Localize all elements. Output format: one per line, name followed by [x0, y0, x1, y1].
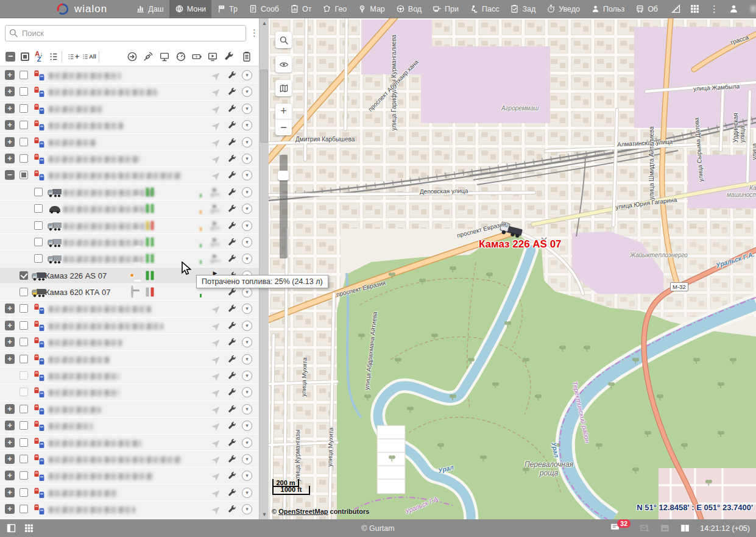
map-search-button[interactable] [275, 32, 292, 48]
group-checkbox[interactable] [19, 355, 28, 363]
row-menu-chevron-icon[interactable]: ▾ [242, 504, 252, 514]
unit-properties-wrench-icon[interactable] [227, 288, 237, 297]
group-checkbox[interactable] [19, 138, 28, 146]
measure-ruler-icon[interactable] [671, 4, 681, 14]
collapse-all-button[interactable]: − [4, 51, 16, 63]
expand-group-button[interactable]: + [5, 104, 15, 113]
expand-group-button[interactable]: + [5, 471, 15, 480]
row-menu-chevron-icon[interactable]: ▾ [242, 154, 252, 164]
tab-driver[interactable]: Вод [390, 0, 427, 18]
group-row[interactable]: + ▾ [0, 151, 259, 167]
unit-properties-wrench-icon[interactable] [227, 138, 237, 148]
tab-task[interactable]: Зад [504, 0, 541, 18]
group-row[interactable]: ▾ [0, 368, 259, 384]
unit-properties-wrench-icon[interactable] [227, 71, 237, 80]
locator-arrow-icon[interactable] [211, 421, 221, 431]
tab-trailer[interactable]: При [427, 0, 464, 18]
group-row[interactable]: + ▾ [0, 401, 259, 418]
group-row[interactable]: + ▾ [0, 468, 259, 484]
locator-arrow-icon[interactable] [211, 505, 221, 514]
row-menu-chevron-icon[interactable]: ▾ [242, 187, 252, 197]
log-panel-icon[interactable] [680, 523, 690, 533]
expand-group-button[interactable]: + [5, 454, 15, 464]
column-battery-icon[interactable] [191, 51, 203, 63]
unit-properties-wrench-icon[interactable] [227, 87, 237, 97]
locator-arrow-icon[interactable] [211, 488, 221, 498]
unit-properties-wrench-icon[interactable] [227, 204, 237, 214]
expand-group-button[interactable]: + [5, 488, 15, 497]
chat-messages-button[interactable]: 32 [610, 522, 630, 535]
column-sensor-state-icon[interactable] [175, 51, 187, 63]
add-to-list-button[interactable]: + [67, 51, 79, 63]
locator-arrow-icon[interactable] [211, 87, 221, 97]
media-icon[interactable] [660, 523, 670, 533]
row-menu-chevron-icon[interactable]: ▾ [242, 488, 252, 498]
row-menu-chevron-icon[interactable]: ▾ [242, 454, 252, 464]
column-properties-icon[interactable] [223, 51, 235, 63]
group-checkbox[interactable] [19, 405, 28, 413]
group-checkbox[interactable] [19, 87, 28, 96]
locator-arrow-icon[interactable] [211, 138, 221, 148]
expand-group-button[interactable]: + [5, 304, 15, 313]
collapse-group-button[interactable]: − [5, 170, 15, 180]
tab-report[interactable]: От [284, 0, 317, 18]
group-checkbox[interactable] [19, 304, 28, 313]
group-row[interactable]: + ▾ [0, 485, 259, 501]
unit-row[interactable]: ▶gprs▾ [0, 184, 259, 201]
unit-properties-wrench-icon[interactable] [227, 321, 237, 331]
group-row[interactable]: − ▾ [0, 167, 259, 183]
expand-group-button[interactable]: + [5, 504, 15, 514]
group-checkbox[interactable] [19, 505, 28, 513]
unit-row[interactable]: ▶gprs▾ [0, 201, 259, 217]
unit-properties-wrench-icon[interactable] [227, 421, 237, 431]
locator-arrow-icon[interactable] [211, 121, 221, 130]
group-checkbox[interactable] [19, 121, 28, 129]
row-menu-chevron-icon[interactable]: ▾ [242, 304, 252, 314]
expand-group-button[interactable]: + [5, 120, 15, 130]
map-visibility-button[interactable] [275, 56, 292, 73]
panel-scrollbar[interactable]: ▲ ▼ [259, 18, 269, 519]
tab-unit[interactable]: Об [630, 0, 663, 18]
unit-properties-wrench-icon[interactable] [227, 505, 237, 514]
unit-checkbox[interactable] [34, 221, 43, 230]
group-row[interactable]: + ▾ [0, 101, 259, 117]
header-more-menu-icon[interactable]: ⋮ [708, 4, 720, 15]
group-row[interactable]: ▾ [0, 384, 259, 400]
mail-icon[interactable] [640, 523, 650, 533]
row-menu-chevron-icon[interactable]: ▾ [242, 354, 252, 365]
group-checkbox[interactable] [19, 471, 28, 480]
expand-group-button[interactable]: + [5, 154, 15, 163]
unit-properties-wrench-icon[interactable] [227, 355, 237, 365]
group-checkbox[interactable] [19, 388, 28, 396]
group-row[interactable]: + ▾ [0, 318, 259, 334]
map-layers-button[interactable] [275, 80, 292, 96]
unit-properties-wrench-icon[interactable] [227, 254, 237, 264]
unit-row[interactable]: ▶gprs▾ [0, 251, 259, 267]
unit-checkbox[interactable] [19, 288, 28, 296]
add-all-button[interactable]: All [82, 51, 96, 63]
column-satellites-icon[interactable] [142, 51, 154, 63]
zoom-out-button[interactable]: − [275, 119, 292, 135]
expand-group-button[interactable]: + [5, 404, 15, 414]
list-view-button[interactable] [48, 51, 60, 63]
row-menu-chevron-icon[interactable]: ▾ [242, 237, 252, 247]
column-video-icon[interactable] [207, 51, 219, 63]
unit-properties-wrench-icon[interactable] [227, 438, 237, 448]
row-menu-chevron-icon[interactable]: ▾ [242, 404, 252, 414]
unit-properties-wrench-icon[interactable] [227, 488, 237, 498]
locator-arrow-icon[interactable] [211, 471, 221, 481]
row-menu-chevron-icon[interactable]: ▾ [242, 287, 252, 297]
group-row[interactable]: + ▾ [0, 67, 259, 84]
unit-properties-wrench-icon[interactable] [227, 121, 237, 130]
expand-group-button[interactable]: + [5, 137, 15, 147]
unit-properties-wrench-icon[interactable] [227, 338, 237, 347]
row-menu-chevron-icon[interactable]: ▾ [242, 371, 252, 381]
tab-globe[interactable]: Мони [169, 0, 211, 18]
group-checkbox[interactable] [19, 154, 28, 163]
column-log-icon[interactable] [241, 51, 253, 63]
row-menu-chevron-icon[interactable]: ▾ [242, 254, 252, 264]
row-menu-chevron-icon[interactable]: ▾ [242, 204, 252, 214]
group-checkbox[interactable] [19, 104, 28, 113]
expand-group-button[interactable]: + [5, 70, 15, 80]
group-row[interactable]: + ▾ [0, 501, 259, 517]
